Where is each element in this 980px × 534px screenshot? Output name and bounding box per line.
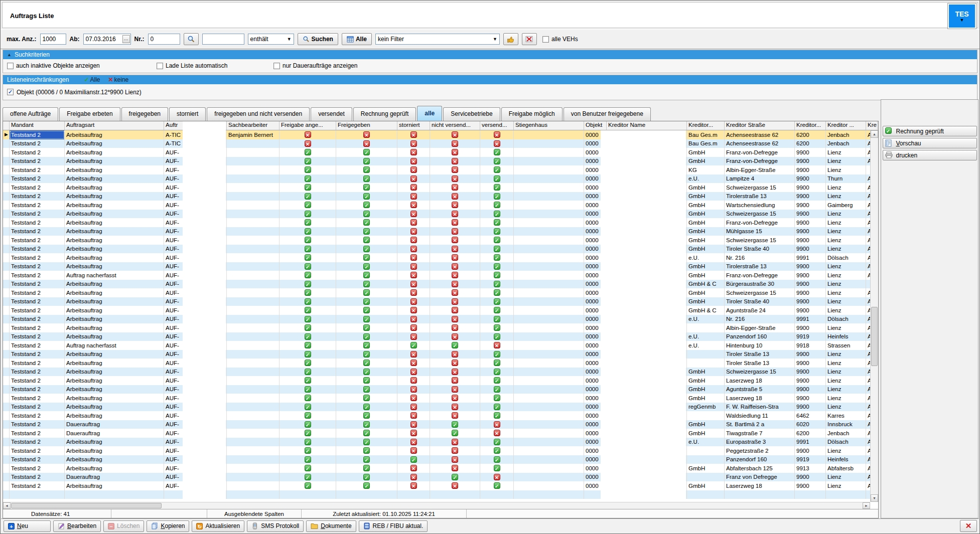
cell-kreditor-form[interactable]: GmbH [687,210,725,219]
cell-kreditor-form[interactable] [687,323,725,332]
cell-kreditor-plz[interactable]: 9918 [795,341,826,350]
row-selector[interactable] [3,385,10,394]
cell-kreditor-strasse[interactable]: Achenseestrasse 62 [725,139,795,148]
cell-kreditor-form[interactable]: GmbH [687,429,725,438]
cell-storniert[interactable]: ✕ [397,420,430,429]
cell-nicht-versendet[interactable]: ✕ [430,332,480,341]
cell-stiegenhaus[interactable] [514,236,584,245]
dokumente-button[interactable]: Dokumente [306,520,356,532]
cell-freigabe-angefordert[interactable]: ✓ [279,218,336,227]
row-selector[interactable] [3,227,10,236]
cell-kreditor-plz[interactable]: 9919 [795,332,826,341]
cell-mandant[interactable]: Teststand 2 [10,139,65,148]
cell-freigabe-angefordert[interactable]: ✕ [279,139,336,148]
cell-freigabe-angefordert[interactable]: ✓ [279,323,336,332]
cell-kreditor-plz[interactable]: 9900 [795,403,826,412]
cell-nicht-versendet[interactable]: ✕ [430,455,480,464]
cell-nicht-versendet[interactable]: ✓ [430,429,480,438]
cell-versendet[interactable]: ✓ [480,315,514,324]
cell-storniert[interactable]: ✕ [397,438,430,447]
cell-sachbearbeiter[interactable] [227,174,279,184]
cell-storniert[interactable]: ✕ [397,236,430,245]
cell-freigegeben[interactable]: ✓ [336,227,397,236]
cell-auftragsart[interactable]: Arbeitsauftrag [65,253,164,262]
cell-kreditor-form[interactable] [687,359,725,368]
max-anz-input[interactable] [40,34,66,45]
cell-versendet[interactable]: ✓ [480,262,514,271]
cell-sachbearbeiter[interactable] [227,165,279,174]
cell-stiegenhaus[interactable] [514,323,584,332]
cell-versendet[interactable]: ✓ [480,245,514,254]
cell-kreditor-strasse[interactable]: Franz-von-Defregge [725,218,795,227]
column-header[interactable]: nicht versend... [430,121,480,130]
cell-versendet[interactable]: ✕ [480,139,514,148]
cell-freigabe-angefordert[interactable]: ✓ [279,350,336,359]
row-selector[interactable] [3,218,10,227]
cell-kreditor-strasse[interactable] [725,490,795,499]
table-row[interactable]: Teststand 2ArbeitsauftragAUF-✓✓✕✕✓0000e.… [3,315,878,324]
cell-kreditor-ort[interactable]: Lienz [826,473,866,482]
cell-kreditor-ort[interactable]: Jenbach [826,429,866,438]
cell-freigegeben[interactable]: ✕ [336,130,397,139]
column-header[interactable]: Mandant [10,121,65,130]
cell-nicht-versendet[interactable]: ✕ [430,183,480,192]
cell-sachbearbeiter[interactable] [227,148,279,157]
cell-freigabe-angefordert[interactable]: ✓ [279,236,336,245]
drucken-button[interactable]: drucken [883,150,977,160]
horizontal-scrollbar[interactable]: ◄ ► [3,502,870,509]
cell-nicht-versendet[interactable]: ✕ [430,218,480,227]
cell-kreditor-ort[interactable]: Lienz [826,192,866,201]
cell-versendet[interactable]: ✓ [480,481,514,490]
row-selector[interactable] [3,315,10,324]
cell-kreditor-plz[interactable]: 9900 [795,192,826,201]
cell-auftragsart[interactable]: Arbeitsauftrag [65,376,164,385]
table-row[interactable]: Teststand 2ArbeitsauftragAUF-✓✓✕✕✓0000KG… [3,165,878,174]
cell-kreditor-strasse[interactable]: Franz-von-Defregge [725,271,795,280]
cell-auftragsart[interactable]: Arbeitsauftrag [65,218,164,227]
column-header[interactable]: versend... [480,121,514,130]
cell-kreditor-form[interactable] [687,350,725,359]
cell-nicht-versendet[interactable]: ✕ [430,148,480,157]
checkbox[interactable] [157,63,163,69]
cell-mandant[interactable]: Teststand 2 [10,297,65,306]
select-none-link[interactable]: ✕ keine [108,76,129,83]
cell-auftragsart[interactable]: Arbeitsauftrag [65,394,164,403]
cell-stiegenhaus[interactable] [514,420,584,429]
cell-kreditor-strasse[interactable]: Bürgeraustraße 30 [725,280,795,289]
cell-versendet[interactable]: ✓ [480,455,514,464]
cell-nicht-versendet[interactable]: ✕ [430,315,480,324]
row-selector[interactable] [3,420,10,429]
reb-fibu-button[interactable]: REB / FIBU aktual. [359,520,428,532]
cell-stiegenhaus[interactable] [514,271,584,280]
table-row[interactable]: Teststand 2ArbeitsauftragAUF-✓✓✓✕✓0000Pa… [3,455,878,464]
cell-kreditor-plz[interactable]: 9900 [795,350,826,359]
cell-auftragsart[interactable] [65,490,164,499]
cell-stiegenhaus[interactable] [514,297,584,306]
cell-kreditor-form[interactable] [687,490,725,499]
cell-nicht-versendet[interactable]: ✓ [430,341,480,350]
cell-storniert[interactable]: ✕ [397,368,430,377]
cell-storniert[interactable]: ✕ [397,201,430,210]
cell-sachbearbeiter[interactable] [227,350,279,359]
cell-versendet[interactable]: ✓ [480,411,514,420]
cell-sachbearbeiter[interactable] [227,332,279,341]
cell-storniert[interactable]: ✕ [397,481,430,490]
cell-sachbearbeiter[interactable] [227,455,279,464]
cell-stiegenhaus[interactable] [514,376,584,385]
cell-nicht-versendet[interactable]: ✕ [430,481,480,490]
cell-auftragsart[interactable]: Arbeitsauftrag [65,464,164,473]
cell-storniert[interactable]: ✕ [397,332,430,341]
cell-mandant[interactable]: Teststand 2 [10,350,65,359]
cell-kreditor-plz[interactable]: 9900 [795,218,826,227]
cell-kreditor-plz[interactable]: 9991 [795,438,826,447]
tab-freigabe-erbeten[interactable]: Freigabe erbeten [59,107,120,121]
cell-freigabe-angefordert[interactable]: ✓ [279,227,336,236]
table-row[interactable]: Teststand 2ArbeitsauftragAUF-✓✓✕✕✓0000Gm… [3,385,878,394]
table-row[interactable]: Teststand 2ArbeitsauftragAUF-✓✓✕✕✓0000Gm… [3,368,878,377]
cell-kreditor-strasse[interactable]: F. W. Raiffeisen-Stra [725,403,795,412]
table-row[interactable]: Teststand 2DauerauftragAUF-✓✓✕✓✕0000Fran… [3,473,878,482]
cell-stiegenhaus[interactable] [514,253,584,262]
cell-sachbearbeiter[interactable] [227,227,279,236]
cell-storniert[interactable]: ✕ [397,157,430,166]
cell-sachbearbeiter[interactable] [227,210,279,219]
